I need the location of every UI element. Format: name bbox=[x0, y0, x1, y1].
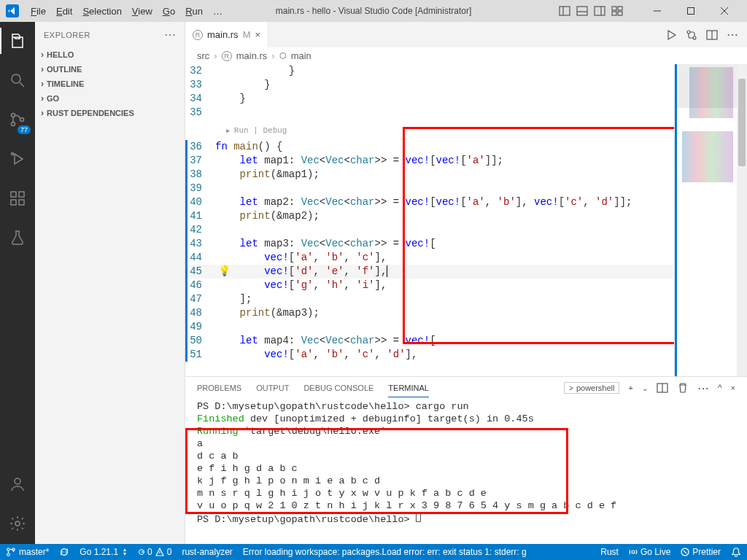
window-minimize[interactable] bbox=[640, 0, 674, 22]
menu-file[interactable]: File bbox=[26, 6, 50, 17]
git-compare-icon[interactable] bbox=[686, 29, 697, 41]
editor-scrollbar[interactable] bbox=[737, 64, 747, 376]
line-number: 36 bbox=[187, 140, 215, 154]
sidebar-item-timeline[interactable]: ›TIMELINE bbox=[35, 77, 185, 91]
svg-rect-7 bbox=[618, 7, 622, 10]
code-text[interactable]: } bbox=[215, 92, 674, 106]
kill-terminal-icon[interactable] bbox=[677, 382, 689, 394]
panel-tab-debug[interactable]: DEBUG CONSOLE bbox=[303, 379, 374, 397]
sidebar-item-go[interactable]: ›GO bbox=[35, 91, 185, 106]
sidebar-item-outline[interactable]: ›OUTLINE bbox=[35, 62, 185, 77]
code-text[interactable] bbox=[215, 182, 674, 195]
activity-source-control-icon[interactable]: 77 bbox=[0, 106, 35, 133]
status-go-version[interactable]: Go 1.21.1 bbox=[80, 547, 128, 557]
minimap[interactable] bbox=[674, 64, 747, 376]
split-editor-icon[interactable] bbox=[706, 29, 718, 41]
panel-maximize-icon[interactable]: ^ bbox=[718, 383, 722, 393]
panel-more-icon[interactable]: ⋯ bbox=[697, 381, 709, 395]
panel-tab-terminal[interactable]: TERMINAL bbox=[388, 379, 429, 397]
terminal-output-line: a bbox=[197, 438, 735, 450]
svg-point-29 bbox=[693, 36, 696, 39]
window-maximize[interactable] bbox=[674, 0, 708, 22]
code-text[interactable]: vec!['g', 'h', 'i'], bbox=[215, 279, 674, 292]
tab-close-icon[interactable]: × bbox=[255, 29, 260, 40]
code-text[interactable]: let map1: Vec<Vec<char>> = vec![vec!['a'… bbox=[215, 154, 674, 168]
code-text[interactable]: print(&map3); bbox=[215, 306, 674, 320]
activity-debug-icon[interactable] bbox=[0, 146, 35, 172]
codelens-run-debug[interactable]: Run | Debug bbox=[185, 120, 674, 140]
line-number: 35 bbox=[187, 106, 215, 120]
activity-explorer-icon[interactable] bbox=[0, 28, 35, 54]
split-terminal-icon[interactable] bbox=[657, 382, 668, 394]
terminal-shell-selector[interactable]: >powershell bbox=[564, 382, 619, 394]
code-text[interactable]: } bbox=[215, 78, 674, 92]
tab-main-rs[interactable]: R main.rs M × bbox=[185, 22, 268, 47]
run-icon[interactable] bbox=[665, 29, 677, 41]
svg-rect-9 bbox=[618, 12, 622, 15]
status-language[interactable]: Rust bbox=[600, 547, 619, 557]
activity-settings-icon[interactable] bbox=[0, 510, 35, 537]
panel-close-icon[interactable]: × bbox=[731, 384, 735, 392]
status-problems[interactable]: × 0 0 bbox=[139, 547, 171, 557]
code-text[interactable]: ]; bbox=[215, 292, 674, 306]
terminal-prompt: PS D:\mysetup\gopath\rustcode\hello> bbox=[197, 514, 416, 525]
menu-selection[interactable]: Selection bbox=[78, 6, 125, 17]
menu-more[interactable]: … bbox=[209, 6, 227, 17]
code-text[interactable] bbox=[215, 106, 674, 120]
breadcrumbs[interactable]: src › R main.rs › ⬡ main bbox=[185, 47, 747, 64]
activity-account-icon[interactable] bbox=[0, 471, 35, 497]
panel-tab-output[interactable]: OUTPUT bbox=[256, 379, 289, 397]
code-text[interactable]: let map4: Vec<Vec<char>> = vec![ bbox=[215, 334, 674, 348]
code-text[interactable]: vec!['a', 'b', 'c'], bbox=[215, 251, 674, 265]
sidebar-item-hello[interactable]: ›HELLO bbox=[35, 47, 185, 62]
lightbulb-icon[interactable]: 💡 bbox=[218, 265, 231, 279]
code-text[interactable]: vec!['a', 'b', 'c', 'd'], bbox=[215, 348, 674, 362]
code-text[interactable]: let map2: Vec<Vec<char>> = vec![vec!['a'… bbox=[215, 195, 674, 209]
menu-view[interactable]: View bbox=[128, 6, 157, 17]
status-branch[interactable]: master* bbox=[6, 547, 49, 557]
breadcrumb-symbol[interactable]: main bbox=[291, 50, 311, 61]
svg-point-34 bbox=[7, 548, 10, 551]
new-terminal-icon[interactable]: + bbox=[628, 384, 632, 392]
code-text[interactable]: fn main() { bbox=[215, 140, 674, 154]
sidebar-item-rust-deps[interactable]: ›RUST DEPENDENCIES bbox=[35, 106, 185, 120]
layout-icon-1[interactable] bbox=[559, 5, 570, 17]
panel-tab-problems[interactable]: PROBLEMS bbox=[197, 379, 241, 397]
breadcrumb-file[interactable]: main.rs bbox=[236, 50, 268, 61]
line-number: 39 bbox=[187, 182, 215, 195]
terminal-output-line: e f i h g d a b c bbox=[197, 462, 735, 475]
code-editor[interactable]: 32 }33 }34 }35Run | Debug36fn main() {37… bbox=[185, 64, 674, 376]
status-sync[interactable] bbox=[59, 547, 69, 557]
code-text[interactable] bbox=[215, 320, 674, 334]
explorer-more-icon[interactable]: ⋯ bbox=[164, 28, 177, 42]
layout-icon-3[interactable] bbox=[594, 5, 605, 17]
code-text[interactable]: vec!['d', 'e', 'f'], bbox=[215, 265, 674, 279]
menu-go[interactable]: Go bbox=[158, 6, 179, 17]
layout-icon-2[interactable] bbox=[576, 5, 588, 17]
layout-icon-4[interactable] bbox=[611, 5, 623, 17]
line-number: 38 bbox=[187, 168, 215, 182]
editor-more-icon[interactable]: ⋯ bbox=[727, 28, 738, 42]
status-notifications-icon[interactable] bbox=[731, 547, 741, 557]
code-text[interactable]: print(&map2); bbox=[215, 209, 674, 223]
svg-marker-27 bbox=[668, 31, 676, 39]
menu-edit[interactable]: Edit bbox=[52, 6, 77, 17]
explorer-sidebar: EXPLORER ⋯ ›HELLO ›OUTLINE ›TIMELINE ›GO… bbox=[35, 22, 185, 544]
status-go-live[interactable]: Go Live bbox=[629, 547, 670, 557]
activity-testing-icon[interactable] bbox=[0, 225, 35, 251]
status-prettier[interactable]: Prettier bbox=[681, 547, 721, 557]
activity-extensions-icon[interactable] bbox=[0, 185, 35, 211]
rust-file-icon: R bbox=[222, 51, 232, 61]
status-error-message[interactable]: Error loading workspace: packages.Load e… bbox=[243, 547, 527, 557]
menu-run[interactable]: Run bbox=[181, 6, 207, 17]
activity-search-icon[interactable] bbox=[0, 67, 35, 93]
terminal[interactable]: PS D:\mysetup\gopath\rustcode\hello> car… bbox=[185, 399, 747, 544]
code-text[interactable]: let map3: Vec<Vec<char>> = vec![ bbox=[215, 237, 674, 251]
terminal-dropdown-icon[interactable]: ⌄ bbox=[642, 384, 648, 392]
breadcrumb-src[interactable]: src bbox=[197, 50, 209, 61]
code-text[interactable]: } bbox=[215, 64, 674, 78]
code-text[interactable]: print(&map1); bbox=[215, 168, 674, 182]
status-rust-analyzer[interactable]: rust-analyzer bbox=[182, 547, 232, 557]
window-close[interactable] bbox=[708, 0, 741, 22]
code-text[interactable] bbox=[215, 223, 674, 237]
